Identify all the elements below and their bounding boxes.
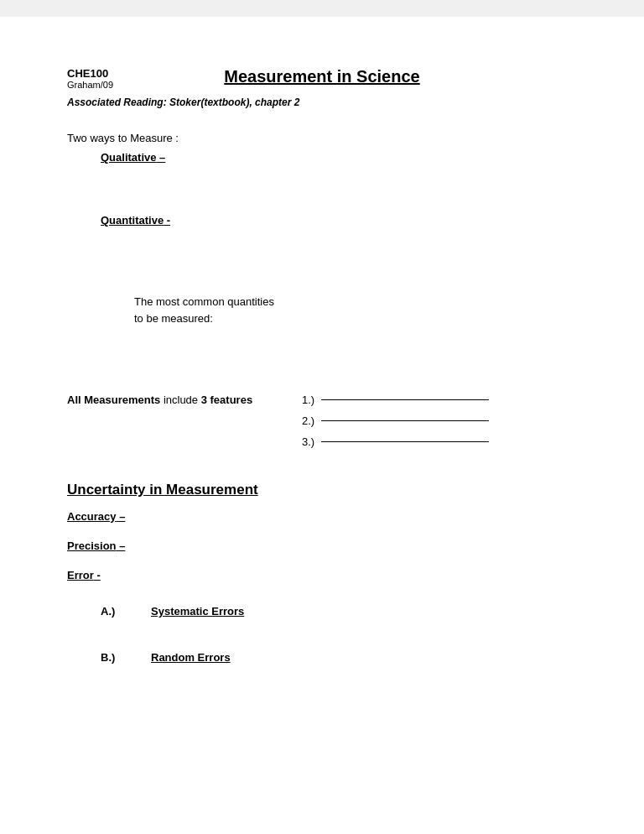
page-title: Measurement in Science xyxy=(201,67,577,86)
random-errors-item: B.) Random Errors xyxy=(101,651,577,664)
feature-number-3: 3.) xyxy=(302,435,314,448)
common-quantities-section: The most common quantities to be measure… xyxy=(67,294,577,326)
feature-item-1: 1.) xyxy=(302,394,489,406)
feature-line-3 xyxy=(321,441,489,442)
systematic-errors-item: A.) Systematic Errors xyxy=(101,605,577,618)
feature-item-3: 3.) xyxy=(302,435,489,448)
random-errors-letter: B.) xyxy=(101,651,151,664)
common-quantities: The most common quantities to be measure… xyxy=(134,294,577,326)
feature-line-2 xyxy=(321,420,489,421)
all-measurements-bold1: All Measurements xyxy=(67,394,160,406)
associated-reading: Associated Reading: Stoker(textbook), ch… xyxy=(67,96,577,108)
two-ways-label: Two ways to Measure : xyxy=(67,132,577,144)
systematic-errors-name: Systematic Errors xyxy=(151,605,244,618)
all-measurements-label: All Measurements include 3 features xyxy=(67,394,302,406)
random-errors-name: Random Errors xyxy=(151,651,231,664)
feature-number-1: 1.) xyxy=(302,394,314,406)
reading-label: Associated Reading: xyxy=(67,96,169,108)
two-ways-section: Two ways to Measure : Qualitative – xyxy=(67,132,577,164)
feature-number-2: 2.) xyxy=(302,414,314,427)
all-measurements-bold2: 3 features xyxy=(201,394,252,406)
qualitative-term: Qualitative – xyxy=(101,151,577,164)
accuracy-term: Accuracy – xyxy=(67,510,577,523)
feature-item-2: 2.) xyxy=(302,414,489,427)
reading-rest: (textbook), chapter 2 xyxy=(200,96,299,108)
reading-textbook: Stoker xyxy=(169,96,200,108)
instructor: Graham/09 xyxy=(67,80,201,90)
feature-line-1 xyxy=(321,399,489,400)
precision-term: Precision – xyxy=(67,539,577,552)
course-info: CHE100 Graham/09 xyxy=(67,67,201,90)
all-measurements-section: All Measurements include 3 features 1.) … xyxy=(67,394,577,448)
header: CHE100 Graham/09 Measurement in Science xyxy=(67,67,577,90)
systematic-errors-letter: A.) xyxy=(101,605,151,618)
uncertainty-heading: Uncertainty in Measurement xyxy=(67,482,577,498)
error-term: Error - xyxy=(67,569,577,581)
all-measurements-normal: include xyxy=(160,394,200,406)
course-code: CHE100 xyxy=(67,67,201,80)
uncertainty-section: Uncertainty in Measurement Accuracy – Pr… xyxy=(67,482,577,664)
features-list: 1.) 2.) 3.) xyxy=(302,394,489,448)
quantitative-term: Quantitative - xyxy=(101,214,577,227)
page: CHE100 Graham/09 Measurement in Science … xyxy=(0,17,644,834)
quantitative-section: Quantitative - xyxy=(67,214,577,227)
